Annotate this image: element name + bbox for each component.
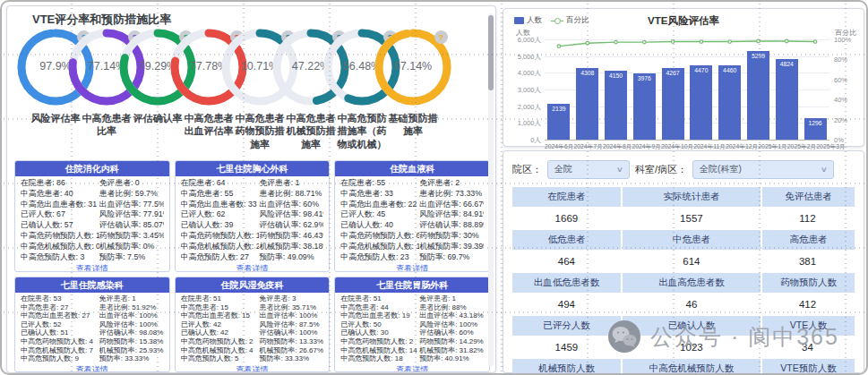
metric-value-cell: 614 xyxy=(623,251,762,273)
metric-label-cell: 出血高危患者数 xyxy=(623,273,762,294)
stat-row: 已评人数: 50风险评估率: 100% xyxy=(340,320,484,329)
department-card-body: 在院患者: 64免评患者: 1中高危患者: 55患者比例: 88.71%中高危出… xyxy=(176,176,330,262)
stat-row: 中高危患者: 40患者比例: 59.7% xyxy=(21,189,164,200)
metric-value-cell: 34 xyxy=(762,337,855,359)
stat-right: 免评患者: 0 xyxy=(99,178,164,189)
help-icon[interactable]: ? xyxy=(434,30,448,44)
metric-label-cell: 在院患者 xyxy=(512,187,623,209)
stat-right: 预防率: 7.5% xyxy=(99,252,164,263)
stat-right: 预防率: 49.09% xyxy=(259,252,323,263)
stat-left: 已确认人数: 57 xyxy=(21,220,99,231)
line-point xyxy=(786,39,789,43)
y-axis-tick-left: 4,000人 xyxy=(518,69,541,78)
stat-left: 已确认人数: 30 xyxy=(340,328,419,337)
stat-row: 中高危出血患者数: 27出血评估率: 100% xyxy=(21,311,164,320)
stat-left: 中高危患者: 44 xyxy=(340,303,419,312)
region-select[interactable]: 全院 ∨ xyxy=(547,160,630,179)
stat-right: 评估确认率: 85.07% xyxy=(99,220,164,231)
stat-row: 中高危患者: 33患者比例: 73.33% xyxy=(340,189,484,200)
line-point xyxy=(586,41,589,45)
stat-right: 风险评估率: 84.91% xyxy=(419,209,484,220)
stat-right: 药物预防率: 15.38% xyxy=(99,337,164,346)
stat-row: 中高危预防人数: 18预防率: 40.91% xyxy=(340,354,484,363)
department-card-title: 七里住院胃肠外科 xyxy=(335,277,489,293)
metric-value-cell: 1459 xyxy=(512,337,623,359)
stat-row: 已确认人数: 51评估确认率: 98.08% xyxy=(21,328,164,337)
stat-left: 中高危药物预防人数: 13 xyxy=(181,231,260,242)
metric-label-cell: 已确认人数 xyxy=(623,316,762,337)
stat-right: 出血评估率: 100% xyxy=(99,311,164,320)
line-point xyxy=(557,45,561,48)
table-header-row: 低危患者中危患者高危患者 xyxy=(512,230,855,251)
line-point xyxy=(813,40,817,44)
metric-value-cell: 494 xyxy=(512,294,623,316)
metric-value-cell: 1023 xyxy=(623,337,762,359)
region-filter-label: 院区： xyxy=(512,163,542,176)
stat-right: 机械预防率: 0% xyxy=(99,242,164,252)
view-detail-link[interactable]: 查看详情 xyxy=(335,364,489,372)
stat-row: 中高危患者: 55患者比例: 88.71% xyxy=(181,189,324,200)
department-card-title: 七里住院胸心外科 xyxy=(176,161,330,176)
scrollbar-track[interactable] xyxy=(488,13,494,366)
department-card-title: 住院风湿免疫科 xyxy=(176,277,330,293)
stat-row: 中高危预防人数: 5预防率: 33.33% xyxy=(181,354,324,363)
stat-right: 风险评估率: 87.5% xyxy=(259,320,323,329)
department-card-body: 在院患者: 51免评患者: 1中高危患者: 44患者比例: 88%中高危出血患者… xyxy=(335,293,489,363)
table-value-row: 464614381 xyxy=(512,251,855,273)
stat-left: 中高危出血患者数: 15 xyxy=(181,311,260,320)
stat-left: 已评人数: 42 xyxy=(181,320,260,329)
stat-left: 在院患者: 53 xyxy=(21,294,99,303)
stat-left: 已评人数: 67 xyxy=(21,209,99,220)
line-point xyxy=(643,40,647,44)
metric-label-cell: 药物预防人数 xyxy=(762,273,855,294)
metric-value-cell: 46 xyxy=(623,294,762,316)
stat-left: 在院患者: 64 xyxy=(181,178,260,189)
stat-right: 出血评估率: 100% xyxy=(259,311,323,320)
stat-left: 已确认人数: 51 xyxy=(21,328,99,337)
metric-label-cell: 低危患者 xyxy=(512,230,623,251)
department-card: 住院风湿免疫科在院患者: 51免评患者: 3中高危患者: 15患者比例: 35.… xyxy=(175,277,331,372)
gauge-label: 评估确认率 xyxy=(132,112,184,124)
stat-row: 中高危出血患者数: 22出血评估率: 66.67% xyxy=(340,200,484,210)
department-card: 七里住院胸心外科在院患者: 64免评患者: 1中高危患者: 55患者比例: 88… xyxy=(175,160,331,272)
view-detail-link[interactable]: 查看详情 xyxy=(335,263,489,272)
metric-label-cell: 中危患者 xyxy=(623,230,762,251)
y-axis-tick-left: 6,000人 xyxy=(518,36,541,45)
view-detail-link[interactable]: 查看详情 xyxy=(176,263,330,272)
table-header-row: 已评分人数已确认人数VTE人数 xyxy=(512,316,855,337)
table-value-row: 16691557112 xyxy=(512,209,855,230)
view-detail-link[interactable]: 查看详情 xyxy=(15,364,169,372)
stat-right: 预防率: 40.91% xyxy=(419,354,484,363)
legend-item-count[interactable]: 人数 xyxy=(514,15,542,26)
stat-row: 在院患者: 55免评患者: 2 xyxy=(340,178,484,189)
department-card-body: 在院患者: 53免评患者: 1中高危患者: 27患者比例: 51.92%中高危出… xyxy=(15,293,169,363)
bar-series-swatch-icon xyxy=(514,17,524,24)
legend-label: 人数 xyxy=(527,15,542,26)
view-detail-link[interactable]: 查看详情 xyxy=(176,364,330,372)
dept-select[interactable]: 全院(科室) ∨ xyxy=(692,160,834,179)
metric-label-cell: 实际统计患者 xyxy=(623,187,762,209)
stat-right: 评估确认率: 100% xyxy=(259,328,323,337)
stat-left: 中高危患者: 40 xyxy=(21,189,99,200)
stat-row: 中高危药物预防人数: 2药物预防率: 13.33% xyxy=(181,337,324,346)
stat-right: 患者比例: 59.7% xyxy=(99,189,164,200)
stat-right: 药物预防率: 13.33% xyxy=(259,337,323,346)
stat-left: 中高危患者: 27 xyxy=(21,303,99,312)
gauge-label: 中高危患者机械预防措施率 xyxy=(285,112,337,150)
vte-dashboard: VTE评分率和预防措施比率 97.9%?77.14%?79.29%?77.78%… xyxy=(0,0,868,375)
stat-left: 中高危患者: 55 xyxy=(181,189,260,200)
stat-left: 中高危机械预防人数: 4 xyxy=(181,346,260,355)
vte-rates-panel: VTE评分率和预防措施比率 97.9%?77.14%?79.29%?77.78%… xyxy=(6,5,496,373)
stat-left: 中高危出血患者数: 27 xyxy=(21,311,99,320)
scrollbar-thumb[interactable] xyxy=(488,15,494,90)
metric-label-cell: 高危患者 xyxy=(762,230,855,251)
view-detail-link[interactable]: 查看详情 xyxy=(15,263,169,272)
stat-left: 在院患者: 51 xyxy=(181,294,260,303)
stat-row: 已确认人数: 57评估确认率: 85.07% xyxy=(21,220,164,231)
legend-label: 百分比 xyxy=(566,15,589,26)
line-point xyxy=(671,40,675,44)
stat-left: 中高危预防人数: 23 xyxy=(340,252,419,263)
stat-right: 机械预防率: 38.18% xyxy=(259,242,323,252)
legend-item-percent[interactable]: 百分比 xyxy=(551,15,589,26)
stat-row: 中高危患者: 15患者比例: 35.71% xyxy=(181,303,324,312)
